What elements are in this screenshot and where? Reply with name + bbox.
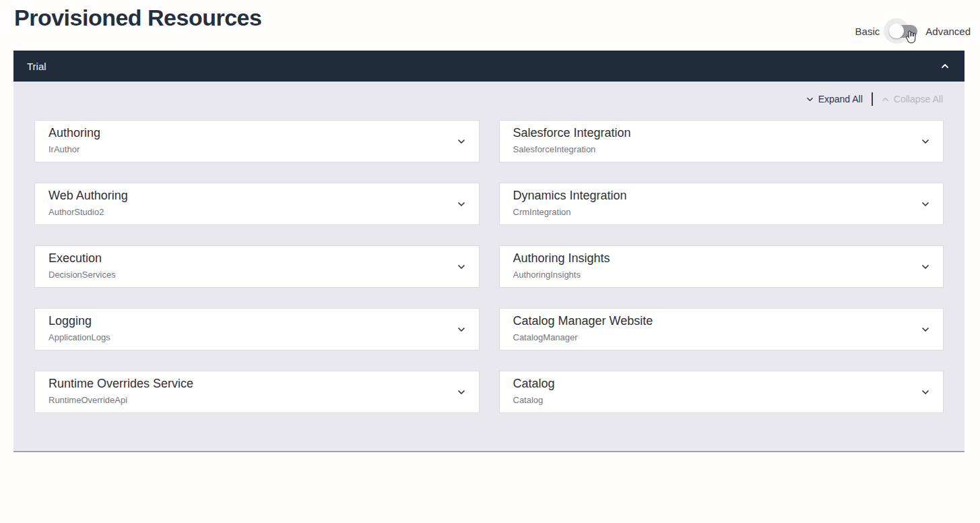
chevron-down-icon[interactable]: [456, 262, 467, 272]
basic-label: Basic: [855, 26, 880, 37]
chevron-down-icon[interactable]: [920, 262, 931, 272]
section-title: Trial: [27, 61, 46, 72]
resource-name: Catalog: [513, 377, 903, 391]
resource-card[interactable]: Authoring Insights AuthoringInsights: [499, 245, 944, 288]
resource-card[interactable]: Runtime Overrides Service RuntimeOverrid…: [34, 371, 480, 413]
resource-name: Authoring: [48, 126, 438, 140]
resource-grid: Authoring IrAuthor Salesforce Integratio…: [34, 120, 944, 413]
resource-card[interactable]: Dynamics Integration CrmIntegration: [499, 183, 944, 225]
page-title: Provisioned Resources: [14, 5, 261, 31]
chevron-up-icon: [882, 96, 889, 103]
resource-card[interactable]: Authoring IrAuthor: [34, 120, 480, 162]
expand-all-button[interactable]: Expand All: [806, 94, 863, 104]
section-header-trial[interactable]: Trial: [13, 51, 965, 82]
chevron-down-icon[interactable]: [920, 136, 931, 147]
mode-toggle-group: Basic Advanced: [855, 18, 971, 44]
resource-card[interactable]: Execution DecisionServices: [34, 245, 480, 288]
chevron-down-icon[interactable]: [456, 199, 467, 210]
resource-id: RuntimeOverrideApi: [48, 395, 438, 405]
resource-id: DecisionServices: [48, 270, 438, 280]
resource-id: IrAuthor: [48, 144, 438, 154]
resource-name: Catalog Manager Website: [513, 314, 903, 328]
resource-id: CrmIntegration: [513, 207, 903, 217]
resource-name: Web Authoring: [48, 189, 438, 203]
resource-id: AuthorStudio2: [48, 207, 438, 217]
advanced-label: Advanced: [925, 26, 971, 37]
resource-id: ApplicationLogs: [48, 332, 438, 342]
chevron-down-icon[interactable]: [920, 324, 931, 335]
resource-name: Authoring Insights: [513, 251, 903, 266]
resource-id: CatalogManager: [513, 332, 903, 342]
resource-name: Dynamics Integration: [513, 189, 903, 203]
chevron-down-icon[interactable]: [456, 324, 467, 335]
chevron-down-icon[interactable]: [920, 199, 931, 210]
chevron-down-icon: [806, 96, 814, 103]
collapse-all-button[interactable]: Collapse All: [882, 94, 943, 104]
resource-name: Execution: [48, 251, 438, 266]
resource-id: Catalog: [513, 395, 903, 405]
basic-advanced-toggle[interactable]: [885, 18, 920, 44]
resource-card[interactable]: Logging ApplicationLogs: [34, 308, 480, 350]
collapse-all-label: Collapse All: [894, 94, 943, 104]
expand-collapse-controls: Expand All Collapse All: [806, 92, 943, 106]
chevron-down-icon[interactable]: [456, 136, 467, 147]
resource-card[interactable]: Web Authoring AuthorStudio2: [34, 183, 480, 225]
resource-id: SalesforceIntegration: [513, 144, 903, 154]
resource-name: Runtime Overrides Service: [48, 377, 438, 391]
chevron-down-icon[interactable]: [456, 387, 467, 398]
resource-name: Salesforce Integration: [513, 126, 903, 140]
resource-card[interactable]: Catalog Manager Website CatalogManager: [499, 308, 944, 350]
controls-divider: [872, 92, 873, 106]
chevron-up-icon: [940, 61, 950, 71]
expand-all-label: Expand All: [818, 94, 863, 104]
chevron-down-icon[interactable]: [920, 387, 931, 398]
page-header: Provisioned Resources Basic Advanced: [0, 0, 980, 48]
resource-id: AuthoringInsights: [513, 270, 903, 280]
resource-name: Logging: [48, 314, 438, 328]
resource-card[interactable]: Catalog Catalog: [499, 371, 944, 413]
resource-card[interactable]: Salesforce Integration SalesforceIntegra…: [499, 120, 944, 162]
trial-section-body: Expand All Collapse All Authoring IrAuth…: [13, 82, 965, 452]
